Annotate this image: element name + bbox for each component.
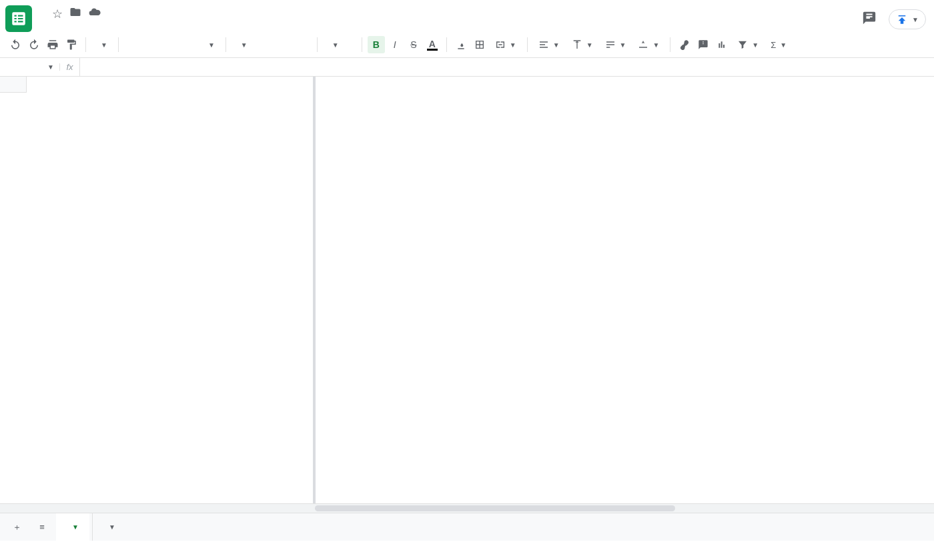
add-sheet-button[interactable]: ＋ <box>5 516 28 539</box>
formula-input[interactable] <box>80 58 934 76</box>
fx-icon: fx <box>60 58 80 76</box>
font-select[interactable]: ▼ <box>231 36 312 53</box>
vertical-align-button[interactable]: ▼ <box>566 36 598 53</box>
comment-button[interactable] <box>694 36 712 53</box>
functions-button[interactable]: Σ▼ <box>765 36 792 53</box>
chart-button[interactable] <box>713 36 731 53</box>
menu-edit[interactable] <box>52 25 64 30</box>
fill-color-button[interactable] <box>452 36 470 53</box>
text-rotation-button[interactable]: ▼ <box>632 36 664 53</box>
strikethrough-button[interactable]: S <box>405 36 422 53</box>
toolbar: ▼ ▼ ▼ ▼ B I S A ▼ ▼ ▼ ▼ ▼ ▼ Σ▼ <box>0 32 934 58</box>
menu-extensions[interactable] <box>132 25 144 30</box>
menu-view[interactable] <box>65 25 77 30</box>
text-wrap-button[interactable]: ▼ <box>600 36 632 53</box>
borders-button[interactable] <box>471 36 488 53</box>
menubar <box>39 25 855 30</box>
move-icon[interactable] <box>69 6 81 21</box>
link-button[interactable] <box>676 36 693 53</box>
sheet-tab-status[interactable]: ▼ <box>92 513 126 541</box>
menu-insert[interactable] <box>79 25 91 30</box>
currency-button[interactable] <box>124 36 141 53</box>
italic-button[interactable]: I <box>386 36 404 53</box>
menu-file[interactable] <box>39 25 51 30</box>
horizontal-scrollbar[interactable] <box>0 503 934 513</box>
print-button[interactable] <box>44 36 61 53</box>
star-icon[interactable]: ☆ <box>52 7 63 21</box>
percent-button[interactable] <box>143 36 160 53</box>
redo-button[interactable] <box>25 36 43 53</box>
frozen-column-handle[interactable] <box>313 77 316 503</box>
menu-data[interactable] <box>105 25 117 30</box>
menu-tools[interactable] <box>119 25 131 30</box>
merge-button[interactable]: ▼ <box>490 36 522 53</box>
paint-format-button[interactable] <box>63 36 80 53</box>
horizontal-align-button[interactable]: ▼ <box>533 36 565 53</box>
decrease-decimal-button[interactable] <box>161 36 179 53</box>
comments-icon[interactable] <box>862 11 877 29</box>
text-color-button[interactable]: A <box>424 36 441 53</box>
sheet-tab-2021[interactable]: ▼ <box>56 513 89 541</box>
share-button[interactable]: ▼ <box>889 9 926 29</box>
filter-button[interactable]: ▼ <box>732 36 764 53</box>
undo-button[interactable] <box>7 36 24 53</box>
menu-format[interactable] <box>92 25 104 30</box>
zoom-select[interactable]: ▼ <box>91 36 113 53</box>
name-box[interactable]: ▼ <box>0 63 60 71</box>
select-all-corner[interactable] <box>0 77 27 93</box>
bold-button[interactable]: B <box>368 36 385 53</box>
more-formats-button[interactable]: ▼ <box>199 36 220 53</box>
all-sheets-button[interactable]: ≡ <box>31 516 53 539</box>
font-size-select[interactable]: ▼ <box>323 36 356 53</box>
menu-help[interactable] <box>145 25 157 30</box>
increase-decimal-button[interactable] <box>180 36 197 53</box>
sheets-logo[interactable] <box>5 5 32 32</box>
cloud-icon[interactable] <box>88 5 101 22</box>
